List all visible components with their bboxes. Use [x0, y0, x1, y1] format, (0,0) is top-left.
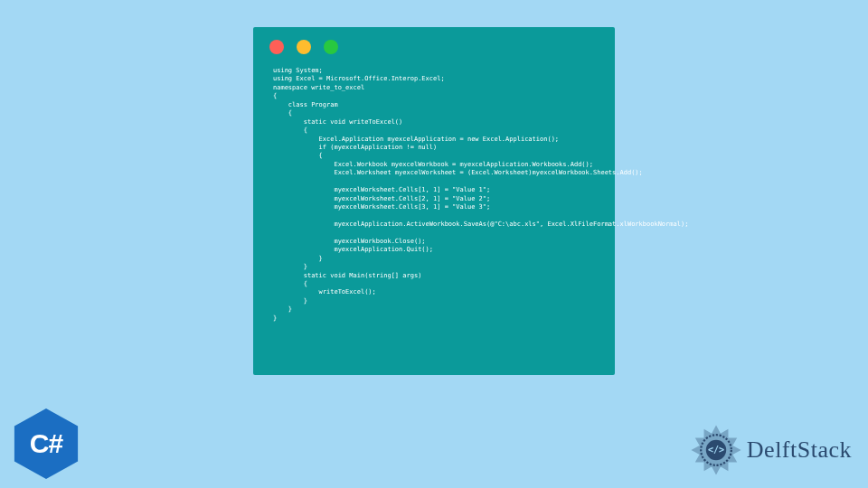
maximize-icon	[324, 40, 338, 54]
svg-text:</>: </>	[708, 445, 724, 455]
close-icon	[269, 40, 284, 54]
minimize-icon	[297, 40, 311, 54]
brand-logo: </> DelftStack	[691, 425, 852, 475]
code-snippet: using System; using Excel = Microsoft.Of…	[253, 60, 615, 337]
gear-icon: </>	[691, 425, 741, 475]
window-traffic-lights	[253, 27, 615, 60]
csharp-label: C#	[30, 428, 62, 459]
code-window: using System; using Excel = Microsoft.Of…	[253, 27, 615, 375]
csharp-logo-icon: C#	[11, 408, 81, 479]
brand-name: DelftStack	[747, 436, 852, 464]
